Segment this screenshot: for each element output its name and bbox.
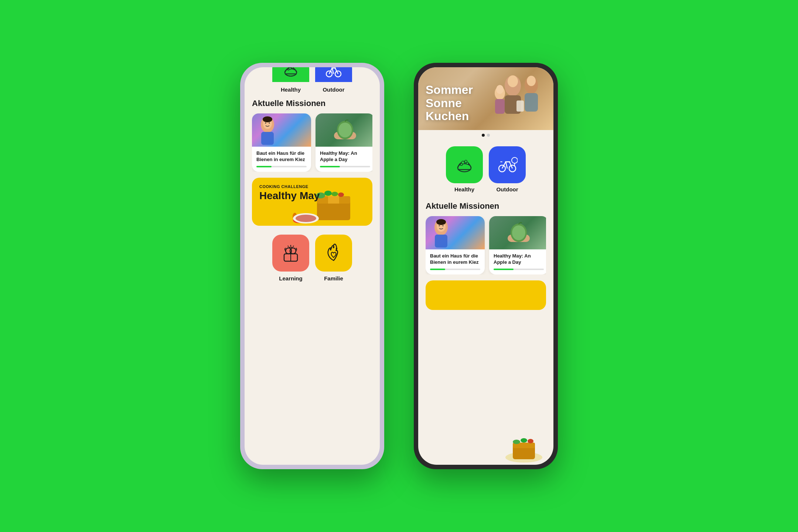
svg-rect-46 [495,99,505,114]
svg-point-37 [333,246,334,248]
progress-fill-bienen-right [430,269,445,270]
cat-item-familie[interactable]: Familie [315,235,352,282]
svg-line-34 [293,246,294,247]
mission-title-bienen-right: Baut ein Haus für die Bienen in eurem Ki… [430,253,480,266]
phone-screen-right: SommerSonneKuchen [418,67,553,465]
mission-img-bienen [252,113,311,147]
mission-img-apple-right [489,216,546,249]
phone-left: Healthy Outdoor Aktuelle Missionen [240,63,384,469]
svg-point-27 [296,215,316,222]
mission-card-bienen-right[interactable]: Baut ein Haus für die Bienen in eurem Ki… [426,216,485,274]
svg-point-20 [324,191,332,196]
phone-screen-left: Healthy Outdoor Aktuelle Missionen [245,67,380,465]
cooking-challenge-banner[interactable]: COOKING CHALLENGE Healthy May [252,178,372,226]
challenge-text: COOKING CHALLENGE Healthy May [259,184,320,202]
section-title-left: Aktuelle Missionen [252,99,372,108]
bottom-categories-row: Learning [252,232,372,284]
top-icon-healthy[interactable] [272,67,309,82]
outdoor-icon-box-right[interactable] [489,146,526,183]
hero-title: SommerSonneKuchen [426,83,473,123]
phone-right: SommerSonneKuchen [414,63,558,469]
label-outdoor-right: Outdoor [496,186,518,192]
progress-fill-apple [320,166,340,167]
progress-fill-bienen [256,166,272,167]
brain-book-icon [280,243,301,263]
screen-content-right: SommerSonneKuchen [418,67,553,465]
hero-bg: SommerSonneKuchen [418,67,553,130]
svg-point-56 [512,157,518,163]
svg-rect-59 [435,235,447,248]
svg-point-39 [508,75,518,87]
person-svg-right [427,216,455,249]
svg-rect-18 [328,196,339,204]
apple-svg [332,117,358,143]
category-row-right: Healthy [426,140,546,195]
phone-frame-left: Healthy Outdoor Aktuelle Missionen [240,63,384,469]
cat-healthy-right[interactable]: Healthy [446,146,483,192]
flame-heart-icon [323,243,344,263]
mission-row-right: Baut ein Haus für die Bienen in eurem Ki… [426,216,546,274]
top-icons-row [245,67,380,85]
mission-card-body-apple-right: Healthy May: An Apple a Day [489,249,546,274]
svg-point-45 [496,85,504,94]
scroll-area-left: Aktuelle Missionen [245,93,380,465]
progress-bg-bienen [256,166,307,167]
svg-point-10 [265,123,266,124]
dot-1 [482,134,485,137]
bike-icon-right [497,154,518,175]
label-learning: Learning [279,275,302,282]
mission-card-bienen[interactable]: Baut ein Haus für die Bienen in eurem Ki… [252,113,311,172]
svg-point-63 [436,219,446,225]
bowl-icon-right [454,154,475,175]
svg-point-11 [269,123,270,124]
challenge-title: Healthy May [259,190,320,202]
svg-point-51 [460,163,463,166]
label-familie: Familie [324,275,343,282]
svg-point-31 [290,248,296,254]
top-icon-outdoor[interactable] [315,67,352,82]
svg-point-22 [338,192,344,197]
category-labels-row: Healthy Outdoor [245,85,380,93]
mission-card-body-bienen-right: Baut ein Haus für die Bienen in eurem Ki… [426,249,485,274]
mission-card-apple-right[interactable]: Healthy May: An Apple a Day [489,216,546,274]
svg-point-2 [291,67,293,69]
dots-indicator [418,130,553,140]
familie-icon-box[interactable] [315,235,352,272]
bike-icon [325,67,342,79]
svg-point-35 [330,248,331,250]
label-healthy-right: Healthy [454,186,474,192]
svg-point-66 [512,225,525,240]
progress-bg-apple-right [494,269,544,270]
label-outdoor-left: Outdoor [315,86,352,93]
phone-frame-right: SommerSonneKuchen [414,63,558,469]
learning-icon-box[interactable] [272,235,309,272]
cat-outdoor-right[interactable]: Outdoor [489,146,526,192]
mission-img-bienen-right [426,216,485,249]
svg-point-61 [439,225,440,226]
mission-card-apple[interactable]: Healthy May: An Apple a Day [316,113,372,172]
progress-fill-apple-right [494,269,514,270]
svg-point-21 [331,192,338,196]
mission-title-apple: Healthy May: An Apple a Day [320,150,370,163]
mission-img-apple [316,113,372,147]
svg-point-12 [263,116,272,122]
svg-point-42 [527,76,536,86]
person-svg [254,113,282,147]
cat-item-learning[interactable]: Learning [272,235,309,282]
mission-card-body-bienen: Baut ein Haus für die Bienen in eurem Ki… [252,147,311,172]
svg-point-48 [458,164,471,172]
svg-point-3 [288,69,289,70]
challenge-banner-partial[interactable] [426,280,546,310]
svg-point-62 [443,225,444,226]
label-healthy-left: Healthy [272,86,309,93]
svg-line-33 [288,246,289,247]
mission-card-body-apple: Healthy May: An Apple a Day [316,147,372,172]
healthy-icon-box-right[interactable] [446,146,483,183]
dot-2 [487,134,490,137]
svg-rect-8 [261,132,274,145]
bowl-icon [282,67,300,79]
mission-title-apple-right: Healthy May: An Apple a Day [494,253,544,266]
mission-title-bienen: Baut ein Haus für die Bienen in eurem Ki… [256,150,307,163]
family-illustration [480,67,546,130]
apple-svg-right [506,220,532,246]
